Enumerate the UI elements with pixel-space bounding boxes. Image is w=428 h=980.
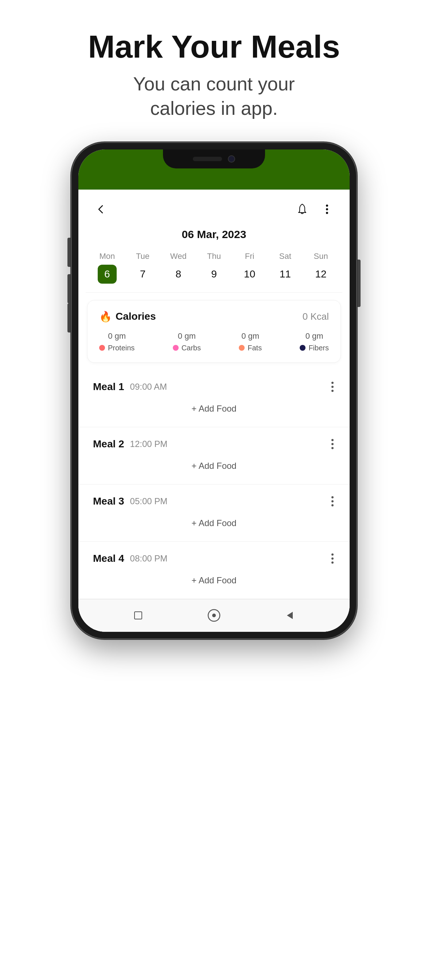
- back-nav-button[interactable]: [281, 606, 299, 625]
- day-name-sun: Sun: [313, 251, 328, 261]
- carbs-dot: [173, 345, 179, 351]
- carbs-label-row: Carbs: [173, 344, 201, 352]
- camera: [228, 155, 235, 162]
- phone-screen: 06 Mar, 2023 Mon 6 Tue 7 Wed 8: [78, 150, 350, 632]
- meal-1-section: Meal 1 09:00 AM + Add Food: [78, 370, 350, 427]
- day-item-sun[interactable]: Sun 12: [308, 251, 334, 284]
- meal-3-info: Meal 3 05:00 PM: [93, 495, 167, 507]
- week-calendar: Mon 6 Tue 7 Wed 8 Thu 9: [78, 248, 350, 293]
- meal-3-name: Meal 3: [93, 495, 124, 507]
- svg-point-1: [326, 208, 328, 210]
- fibers-label-row: Fibers: [300, 344, 329, 352]
- divider-1: [86, 293, 342, 293]
- day-name-thu: Thu: [207, 251, 221, 261]
- svg-point-2: [326, 212, 328, 214]
- day-name-wed: Wed: [170, 251, 187, 261]
- day-item-fri[interactable]: Fri 10: [237, 251, 263, 284]
- meal-1-info: Meal 1 09:00 AM: [93, 381, 167, 393]
- day-name-fri: Fri: [245, 251, 255, 261]
- notch: [163, 150, 265, 169]
- day-item-sat[interactable]: Sat 11: [272, 251, 298, 284]
- meal-4-name: Meal 4: [93, 553, 124, 565]
- status-bar: [78, 150, 350, 189]
- meal-4-info: Meal 4 08:00 PM: [93, 553, 167, 565]
- meal-4-add-food[interactable]: + Add Food: [93, 573, 335, 589]
- carbs-label: Carbs: [181, 344, 201, 352]
- svg-rect-3: [135, 612, 142, 619]
- calories-label: Calories: [116, 310, 156, 322]
- day-item-wed[interactable]: Wed 8: [165, 251, 191, 284]
- meal-3-section: Meal 3 05:00 PM + Add Food: [78, 485, 350, 542]
- meal-2-info: Meal 2 12:00 PM: [93, 438, 167, 450]
- meal-1-time: 09:00 AM: [130, 382, 167, 392]
- meal-1-add-food[interactable]: + Add Food: [93, 401, 335, 417]
- meal-4-section: Meal 4 08:00 PM + Add Food: [78, 542, 350, 599]
- more-options-button[interactable]: [319, 201, 335, 217]
- nutrients-row: 0 gm Proteins 0 gm Carbs: [99, 331, 329, 352]
- meal-2-name: Meal 2: [93, 438, 124, 450]
- day-number-sun: 12: [311, 265, 330, 284]
- meal-2-options[interactable]: [330, 438, 335, 450]
- app-content: 06 Mar, 2023 Mon 6 Tue 7 Wed 8: [78, 189, 350, 632]
- meal-1-header: Meal 1 09:00 AM: [93, 380, 335, 393]
- fats-dot: [239, 345, 245, 351]
- meal-3-add-food[interactable]: + Add Food: [93, 515, 335, 531]
- day-item-mon[interactable]: Mon 6: [94, 251, 120, 284]
- meal-4-header: Meal 4 08:00 PM: [93, 552, 335, 565]
- fats-label-row: Fats: [239, 344, 262, 352]
- center-button[interactable]: [205, 606, 223, 625]
- day-number-mon: 6: [98, 265, 117, 284]
- phone-frame: 06 Mar, 2023 Mon 6 Tue 7 Wed 8: [72, 143, 356, 638]
- nav-right: [294, 201, 335, 217]
- fats-label: Fats: [248, 344, 262, 352]
- fibers-amount: 0 gm: [305, 331, 323, 341]
- nutrient-fibers: 0 gm Fibers: [300, 331, 329, 352]
- nutrient-proteins: 0 gm Proteins: [99, 331, 135, 352]
- calories-card: 🔥 Calories 0 Kcal 0 gm Proteins: [87, 300, 341, 363]
- nutrient-carbs: 0 gm Carbs: [173, 331, 201, 352]
- svg-point-5: [212, 614, 216, 617]
- meal-2-add-food[interactable]: + Add Food: [93, 458, 335, 474]
- day-number-fri: 10: [240, 265, 259, 284]
- calories-value: 0 Kcal: [302, 311, 329, 322]
- date-header: 06 Mar, 2023: [78, 224, 350, 248]
- day-number-thu: 9: [205, 265, 223, 284]
- page-header: Mark Your Meals You can count yourcalori…: [88, 0, 340, 143]
- back-button[interactable]: [93, 201, 109, 217]
- day-number-sat: 11: [275, 265, 294, 284]
- speaker: [193, 157, 222, 161]
- proteins-label-row: Proteins: [99, 344, 135, 352]
- top-nav: [78, 189, 350, 224]
- nutrient-fats: 0 gm Fats: [239, 331, 262, 352]
- home-button[interactable]: [129, 606, 147, 625]
- page-title: Mark Your Meals: [88, 29, 340, 65]
- svg-point-0: [326, 205, 328, 207]
- bottom-nav: [78, 599, 350, 632]
- meal-2-section: Meal 2 12:00 PM + Add Food: [78, 427, 350, 485]
- day-name-tue: Tue: [136, 251, 150, 261]
- day-number-tue: 7: [134, 265, 153, 284]
- proteins-amount: 0 gm: [108, 331, 126, 341]
- meal-2-time: 12:00 PM: [130, 439, 168, 449]
- meal-4-options[interactable]: [330, 552, 335, 565]
- meal-3-options[interactable]: [330, 495, 335, 508]
- meal-1-name: Meal 1: [93, 381, 124, 393]
- calories-header: 🔥 Calories 0 Kcal: [99, 310, 329, 323]
- notification-button[interactable]: [294, 201, 310, 217]
- day-number-wed: 8: [169, 265, 188, 284]
- fibers-dot: [300, 345, 305, 351]
- fibers-label: Fibers: [309, 344, 329, 352]
- carbs-amount: 0 gm: [178, 331, 196, 341]
- meal-2-header: Meal 2 12:00 PM: [93, 438, 335, 450]
- day-name-sat: Sat: [279, 251, 291, 261]
- calories-title: 🔥 Calories: [99, 310, 156, 323]
- meal-1-options[interactable]: [330, 380, 335, 393]
- page-subtitle: You can count yourcalories in app.: [88, 72, 340, 121]
- day-item-thu[interactable]: Thu 9: [201, 251, 227, 284]
- meal-4-time: 08:00 PM: [130, 554, 168, 564]
- fire-icon: 🔥: [99, 310, 112, 323]
- day-item-tue[interactable]: Tue 7: [130, 251, 156, 284]
- proteins-label: Proteins: [108, 344, 135, 352]
- meal-3-time: 05:00 PM: [130, 496, 168, 506]
- fats-amount: 0 gm: [241, 331, 259, 341]
